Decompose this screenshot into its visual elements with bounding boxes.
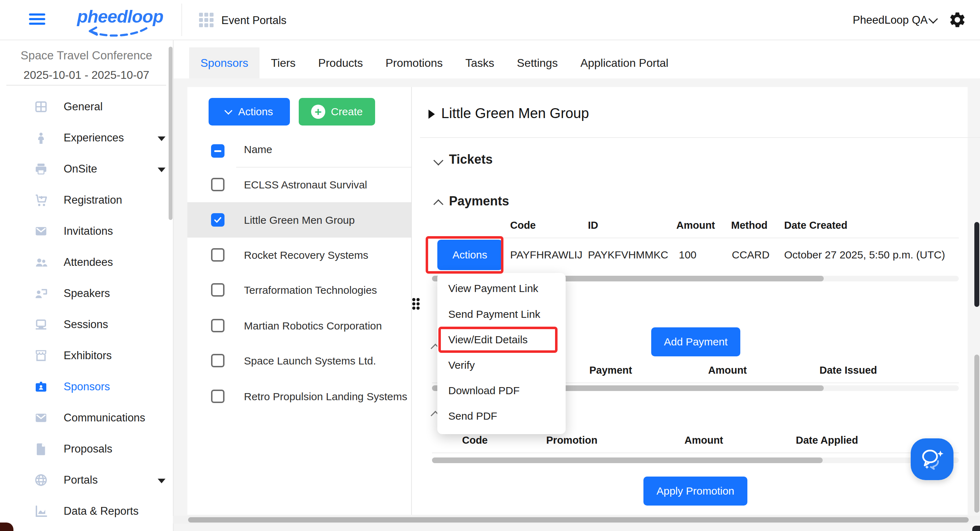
- sidebar-item-sessions[interactable]: Sessions: [0, 315, 173, 337]
- chevron-down-icon[interactable]: [158, 168, 165, 172]
- create-button-label: Create: [331, 106, 363, 118]
- add-payment-button[interactable]: Add Payment: [651, 328, 740, 356]
- sidebar-item-exhibitors[interactable]: Exhibitors: [0, 346, 173, 368]
- sponsor-row[interactable]: Martian Robotics Corporation: [244, 320, 382, 332]
- sidebar-item-label: Speakers: [64, 287, 110, 300]
- tickets-section-header[interactable]: Tickets: [449, 152, 493, 167]
- menu-item-view-edit-details[interactable]: View/Edit Details: [448, 334, 528, 346]
- account-chevron-down-icon[interactable]: [928, 14, 938, 24]
- tab-sponsors[interactable]: Sponsors: [189, 48, 259, 78]
- menu-item-send-pdf[interactable]: Send PDF: [448, 410, 497, 422]
- sidebar-item-invitations[interactable]: Invitations: [0, 221, 173, 244]
- content-card: Actions + Create Name ECLSS Astronaut Su…: [188, 87, 967, 515]
- apps-grid-icon[interactable]: [199, 13, 213, 27]
- right-scrollbar-thumb-dark[interactable]: [974, 222, 979, 307]
- logo-underline-arrow-icon: [84, 26, 150, 38]
- sponsors-actions-button[interactable]: Actions: [208, 98, 290, 126]
- menu-item-verify[interactable]: Verify: [448, 359, 475, 371]
- col-header-promotion: Promotion: [546, 434, 598, 446]
- payments-section-header[interactable]: Payments: [449, 194, 509, 208]
- select-all-checkbox[interactable]: [211, 144, 224, 158]
- sidebar-item-portals[interactable]: Portals: [0, 470, 173, 493]
- sidebar-item-general[interactable]: General: [0, 97, 173, 119]
- heading-divider: [420, 137, 980, 138]
- sidebar-item-label: Proposals: [64, 443, 113, 455]
- cell-code: PAYFHRAWLIJ: [510, 249, 582, 261]
- sidebar-item-communications[interactable]: Communications: [0, 408, 173, 431]
- tab-promotions[interactable]: Promotions: [374, 48, 454, 78]
- tab-application-portal[interactable]: Application Portal: [569, 48, 680, 78]
- tab-products[interactable]: Products: [307, 48, 374, 78]
- top-bar: pheedloop Event Portals PheedLoop QA: [0, 0, 980, 40]
- sidebar-item-label: OnSite: [64, 163, 97, 175]
- chevron-down-icon: [224, 107, 232, 115]
- tab-tiers[interactable]: Tiers: [259, 48, 307, 78]
- cart-icon: [34, 193, 48, 207]
- chevron-down-icon[interactable]: [158, 479, 165, 483]
- tickets-chevron-down-icon[interactable]: [433, 156, 443, 165]
- sponsor-row[interactable]: Retro Propulsion Landing Systems: [244, 391, 407, 403]
- page-title: Event Portals: [221, 14, 286, 27]
- menu-item-send-payment-link[interactable]: Send Payment Link: [448, 308, 540, 320]
- sidebar-scrollbar[interactable]: [169, 47, 172, 220]
- row-checkbox-checked[interactable]: [211, 213, 224, 227]
- sidebar: Space Travel Conference 2025-10-01 - 202…: [0, 40, 173, 531]
- sidebar-item-data-reports[interactable]: Data & Reports: [0, 501, 173, 524]
- chat-widget-button[interactable]: [911, 438, 953, 480]
- row-checkbox[interactable]: [211, 354, 224, 367]
- sponsor-row-selected[interactable]: Little Green Men Group: [244, 214, 355, 226]
- grid-table-icon: [34, 100, 48, 114]
- account-name[interactable]: PheedLoop QA: [853, 14, 928, 27]
- table-rule: [432, 453, 959, 453]
- sponsor-row[interactable]: Rocket Recovery Systems: [244, 249, 368, 261]
- tab-tasks[interactable]: Tasks: [454, 48, 506, 78]
- sidebar-item-label: Experiences: [64, 132, 124, 144]
- sidebar-item-proposals[interactable]: Proposals: [0, 439, 173, 462]
- pheedloop-logo[interactable]: pheedloop: [77, 6, 163, 27]
- envelope-icon: [34, 224, 48, 238]
- row-checkbox[interactable]: [211, 319, 224, 332]
- sidebar-item-registration[interactable]: Registration: [0, 190, 173, 213]
- row-checkbox[interactable]: [211, 283, 224, 297]
- list-header-divider: [236, 167, 411, 168]
- app-screen: pheedloop Event Portals PheedLoop QA Spa…: [0, 0, 980, 531]
- envelope-icon: [34, 411, 48, 425]
- payments-chevron-up-icon[interactable]: [433, 199, 443, 209]
- payment-row-actions-button[interactable]: Actions: [438, 240, 503, 270]
- cell-id: PAYKFVHMMKC: [588, 249, 668, 261]
- sponsor-row[interactable]: ECLSS Astronaut Survival: [244, 179, 368, 191]
- sidebar-item-label: General: [64, 100, 102, 113]
- sidebar-item-attendees[interactable]: Attendees: [0, 253, 173, 275]
- sidebar-item-label: Exhibitors: [64, 349, 112, 362]
- right-scrollbar-thumb[interactable]: [974, 355, 979, 513]
- row-checkbox[interactable]: [211, 178, 224, 191]
- sidebar-item-onsite[interactable]: OnSite: [0, 159, 173, 182]
- sidebar-item-label: Registration: [64, 194, 122, 207]
- sidebar-item-experiences[interactable]: Experiences: [0, 128, 173, 151]
- apply-promotion-button[interactable]: Apply Promotion: [643, 477, 748, 506]
- scrollbar-thumb[interactable]: [432, 458, 822, 463]
- menu-item-download-pdf[interactable]: Download PDF: [448, 385, 520, 397]
- create-button[interactable]: + Create: [299, 98, 375, 126]
- promotions-h-scrollbar[interactable]: [432, 458, 959, 463]
- expand-triangle-icon[interactable]: [428, 110, 435, 119]
- sponsor-row[interactable]: Terraformation Technologies: [244, 284, 377, 296]
- laptop-icon: [34, 318, 48, 332]
- col-header-code: Code: [462, 434, 488, 446]
- actions-button-label: Actions: [452, 249, 487, 261]
- bottom-scrollbar-thumb[interactable]: [188, 517, 969, 523]
- sidebar-item-speakers[interactable]: Speakers: [0, 283, 173, 306]
- tab-settings[interactable]: Settings: [506, 48, 569, 78]
- settings-gear-icon[interactable]: [948, 11, 967, 29]
- menu-item-view-payment-link[interactable]: View Payment Link: [448, 283, 538, 294]
- chevron-down-icon[interactable]: [158, 137, 165, 141]
- panel-drag-handle-icon[interactable]: [412, 298, 422, 311]
- row-checkbox[interactable]: [211, 390, 224, 403]
- hamburger-menu-icon[interactable]: [29, 13, 45, 26]
- col-header-amount: Amount: [676, 219, 715, 231]
- sidebar-item-label: Invitations: [64, 225, 113, 238]
- col-header-amount: Amount: [708, 364, 747, 376]
- row-checkbox[interactable]: [211, 248, 224, 262]
- sidebar-item-sponsors[interactable]: Sponsors: [0, 377, 173, 399]
- sponsor-row[interactable]: Space Launch Systems Ltd.: [244, 355, 376, 367]
